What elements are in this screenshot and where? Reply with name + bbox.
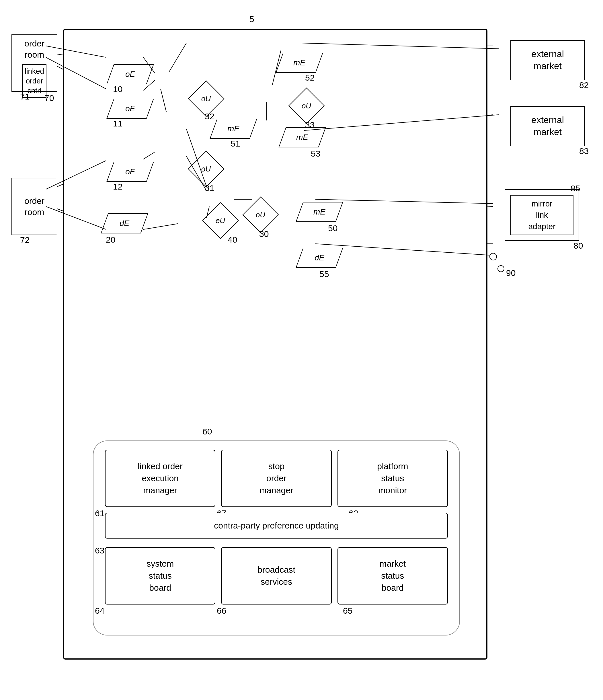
external-market-83-label: externalmarket <box>531 114 564 138</box>
oU-31-label: oU <box>201 165 211 174</box>
label-20: 20 <box>106 235 115 245</box>
platform-status-monitor-label: platformstatusmonitor <box>377 460 408 496</box>
label-10: 10 <box>113 84 122 94</box>
label-31: 31 <box>205 183 214 193</box>
order-room-71-label: orderroom <box>23 35 46 63</box>
eU-40: eU <box>202 202 238 239</box>
label-70: 70 <box>45 93 54 103</box>
label-80: 80 <box>574 241 583 251</box>
oE-12-label: oE <box>125 167 135 176</box>
system-status-board-label: systemstatusboard <box>147 558 174 594</box>
dE-55-label: dE <box>315 253 324 262</box>
broadcast-services-label: broadcastservices <box>257 564 295 588</box>
label-32: 32 <box>205 111 214 121</box>
label-55: 55 <box>320 269 329 279</box>
label-50: 50 <box>328 223 337 233</box>
diagram-container: 5 60 linked orderexecutionmanager stopor… <box>11 11 592 689</box>
main-system-box: 60 linked orderexecutionmanager stoporde… <box>63 29 487 659</box>
linked-order-execution-manager-label: linked orderexecutionmanager <box>137 460 183 496</box>
linked-order-execution-manager-box: linked orderexecutionmanager <box>105 450 215 507</box>
mE-52-label: mE <box>293 58 305 67</box>
oE-10-label: oE <box>125 70 135 79</box>
mE-53-label: mE <box>296 133 308 142</box>
contra-party-box: contra-party preference updating <box>105 513 448 539</box>
label-64: 64 <box>95 606 104 616</box>
broadcast-services-box: broadcastservices <box>221 547 331 604</box>
label-60: 60 <box>202 427 212 436</box>
label-65: 65 <box>343 606 352 616</box>
market-status-board-box: marketstatusboard <box>337 547 448 604</box>
contra-party-label: contra-party preference updating <box>214 521 338 530</box>
mE-53: mE <box>278 127 326 147</box>
oU-30-label: oU <box>256 210 265 219</box>
mE-50: mE <box>296 202 343 222</box>
order-room-72: orderroom <box>11 178 57 235</box>
oU-33: oU <box>288 88 325 124</box>
external-market-82: externalmarket <box>510 40 585 80</box>
mE-51: mE <box>209 119 257 139</box>
mE-50-label: mE <box>313 207 325 217</box>
label-61: 61 <box>95 508 104 518</box>
stop-order-manager-box: stopordermanager <box>221 450 331 507</box>
mirror-adapter-label: mirrorlinkadapter <box>528 198 556 232</box>
label-11: 11 <box>113 119 122 128</box>
platform-status-monitor-box: platformstatusmonitor <box>337 450 448 507</box>
label-90: 90 <box>506 268 516 278</box>
market-status-board-label: marketstatusboard <box>379 558 406 594</box>
label-52: 52 <box>305 73 315 82</box>
oE-12: oE <box>106 162 154 182</box>
label-83: 83 <box>579 146 589 156</box>
service-row-bot: systemstatusboard broadcastservices mark… <box>105 547 448 604</box>
system-status-board-box: systemstatusboard <box>105 547 215 604</box>
label-85: 85 <box>571 183 580 193</box>
label-63: 63 <box>95 546 104 555</box>
oE-11-label: oE <box>125 104 135 113</box>
service-row-top: linked orderexecutionmanager stoporderma… <box>105 450 448 507</box>
oE-11: oE <box>106 99 154 119</box>
label-12: 12 <box>113 182 122 192</box>
oU-31: oU <box>188 151 224 187</box>
label-5: 5 <box>249 14 254 24</box>
label-53: 53 <box>311 149 320 158</box>
stop-order-manager-label: stopordermanager <box>259 460 293 496</box>
dE-20-label: dE <box>120 219 129 228</box>
eU-40-label: eU <box>216 216 225 225</box>
mE-51-label: mE <box>227 124 240 133</box>
label-72: 72 <box>20 235 29 245</box>
external-market-82-label: externalmarket <box>531 48 564 72</box>
order-room-71: orderroom linkedordercntrl <box>11 34 57 92</box>
dE-55: dE <box>296 248 343 268</box>
oE-10: oE <box>106 64 154 84</box>
order-room-72-label: orderroom <box>24 195 45 218</box>
oU-32-label: oU <box>201 94 211 103</box>
label-82: 82 <box>579 80 589 90</box>
dE-20: dE <box>101 214 148 233</box>
service-area: 60 linked orderexecutionmanager stoporde… <box>93 441 460 635</box>
connector-90 <box>498 265 504 272</box>
mE-52: mE <box>276 53 323 73</box>
external-market-83: externalmarket <box>510 106 585 146</box>
oU-30: oU <box>242 196 279 233</box>
label-40: 40 <box>228 235 237 245</box>
mirror-adapter-inner: mirrorlinkadapter <box>510 195 574 235</box>
label-71: 71 <box>20 92 29 101</box>
label-51: 51 <box>230 139 240 149</box>
oU-33-label: oU <box>302 101 311 110</box>
label-30: 30 <box>259 229 269 239</box>
label-66: 66 <box>217 606 226 616</box>
service-row-mid: contra-party preference updating <box>105 513 448 539</box>
